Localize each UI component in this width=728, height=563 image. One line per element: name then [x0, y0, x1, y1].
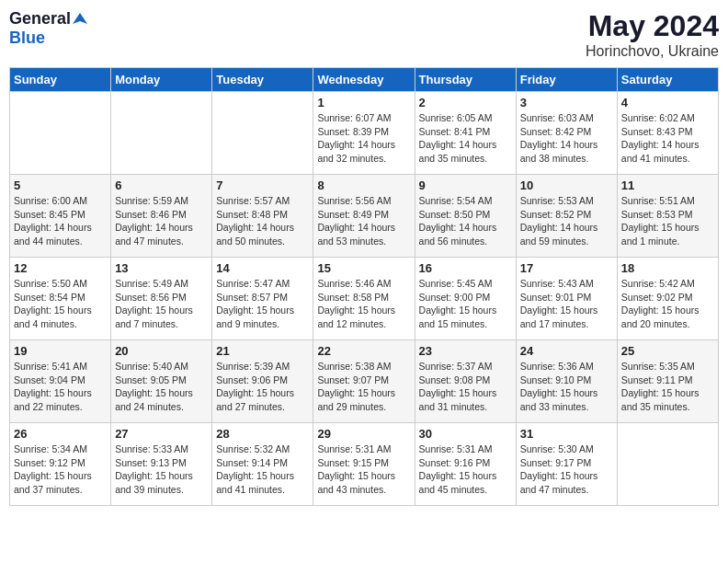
day-number: 1 [317, 96, 410, 109]
day-number: 24 [520, 344, 613, 358]
day-number: 29 [317, 427, 410, 441]
calendar-cell: 27Sunrise: 5:33 AM Sunset: 9:13 PM Dayli… [111, 423, 212, 506]
day-number: 20 [115, 344, 208, 358]
day-info: Sunrise: 5:45 AM Sunset: 9:00 PM Dayligh… [419, 277, 512, 331]
calendar-cell: 31Sunrise: 5:30 AM Sunset: 9:17 PM Dayli… [516, 423, 617, 506]
logo-general-text: General [9, 9, 71, 29]
day-info: Sunrise: 5:53 AM Sunset: 8:52 PM Dayligh… [520, 194, 613, 248]
calendar-cell: 14Sunrise: 5:47 AM Sunset: 8:57 PM Dayli… [212, 258, 313, 340]
day-info: Sunrise: 5:34 AM Sunset: 9:12 PM Dayligh… [14, 442, 107, 497]
day-info: Sunrise: 5:30 AM Sunset: 9:17 PM Dayligh… [520, 442, 613, 497]
calendar-cell: 29Sunrise: 5:31 AM Sunset: 9:15 PM Dayli… [313, 423, 415, 506]
day-info: Sunrise: 6:07 AM Sunset: 8:39 PM Dayligh… [317, 111, 410, 166]
day-info: Sunrise: 5:46 AM Sunset: 8:58 PM Dayligh… [317, 277, 410, 331]
calendar-week-row: 26Sunrise: 5:34 AM Sunset: 9:12 PM Dayli… [10, 423, 719, 506]
month-year-title: May 2024 [586, 9, 719, 43]
calendar-cell [111, 92, 212, 175]
day-info: Sunrise: 5:39 AM Sunset: 9:06 PM Dayligh… [216, 360, 309, 414]
day-number: 3 [520, 96, 613, 109]
calendar-cell: 12Sunrise: 5:50 AM Sunset: 8:54 PM Dayli… [10, 258, 111, 340]
calendar-week-row: 1Sunrise: 6:07 AM Sunset: 8:39 PM Daylig… [10, 92, 719, 175]
day-info: Sunrise: 5:57 AM Sunset: 8:48 PM Dayligh… [216, 194, 309, 248]
svg-marker-0 [73, 13, 87, 24]
weekday-header-saturday: Saturday [617, 68, 718, 92]
day-info: Sunrise: 5:31 AM Sunset: 9:16 PM Dayligh… [419, 442, 512, 497]
weekday-header-monday: Monday [111, 68, 212, 92]
day-number: 11 [621, 178, 714, 192]
calendar-cell: 22Sunrise: 5:38 AM Sunset: 9:07 PM Dayli… [313, 340, 415, 423]
day-info: Sunrise: 5:32 AM Sunset: 9:14 PM Dayligh… [216, 442, 309, 497]
day-number: 30 [419, 427, 512, 441]
day-number: 25 [621, 344, 714, 358]
calendar-cell [617, 423, 718, 506]
weekday-header-row: SundayMondayTuesdayWednesdayThursdayFrid… [10, 68, 719, 92]
page-header: General Blue May 2024 Horinchovo, Ukrain… [9, 9, 719, 60]
day-info: Sunrise: 5:56 AM Sunset: 8:49 PM Dayligh… [317, 194, 410, 248]
day-number: 26 [14, 427, 107, 441]
day-number: 6 [115, 178, 208, 192]
day-info: Sunrise: 5:36 AM Sunset: 9:10 PM Dayligh… [520, 360, 613, 414]
calendar-cell: 3Sunrise: 6:03 AM Sunset: 8:42 PM Daylig… [516, 92, 617, 175]
calendar-cell: 28Sunrise: 5:32 AM Sunset: 9:14 PM Dayli… [212, 423, 313, 506]
calendar-cell [212, 92, 313, 175]
calendar-cell: 25Sunrise: 5:35 AM Sunset: 9:11 PM Dayli… [617, 340, 718, 423]
day-info: Sunrise: 5:40 AM Sunset: 9:05 PM Dayligh… [115, 360, 208, 414]
calendar-cell: 8Sunrise: 5:56 AM Sunset: 8:49 PM Daylig… [313, 175, 415, 258]
day-info: Sunrise: 5:43 AM Sunset: 9:01 PM Dayligh… [520, 277, 613, 331]
calendar-week-row: 19Sunrise: 5:41 AM Sunset: 9:04 PM Dayli… [10, 340, 719, 423]
calendar-cell: 11Sunrise: 5:51 AM Sunset: 8:53 PM Dayli… [617, 175, 718, 258]
calendar-cell: 24Sunrise: 5:36 AM Sunset: 9:10 PM Dayli… [516, 340, 617, 423]
weekday-header-thursday: Thursday [415, 68, 516, 92]
calendar-cell: 21Sunrise: 5:39 AM Sunset: 9:06 PM Dayli… [212, 340, 313, 423]
calendar-cell: 13Sunrise: 5:49 AM Sunset: 8:56 PM Dayli… [111, 258, 212, 340]
day-info: Sunrise: 5:35 AM Sunset: 9:11 PM Dayligh… [621, 360, 714, 414]
day-info: Sunrise: 5:50 AM Sunset: 8:54 PM Dayligh… [14, 277, 107, 331]
calendar-cell: 1Sunrise: 6:07 AM Sunset: 8:39 PM Daylig… [313, 92, 415, 175]
day-info: Sunrise: 5:49 AM Sunset: 8:56 PM Dayligh… [115, 277, 208, 331]
day-info: Sunrise: 5:54 AM Sunset: 8:50 PM Dayligh… [419, 194, 512, 248]
day-number: 19 [14, 344, 107, 358]
weekday-header-wednesday: Wednesday [313, 68, 415, 92]
day-number: 27 [115, 427, 208, 441]
calendar-cell: 2Sunrise: 6:05 AM Sunset: 8:41 PM Daylig… [415, 92, 516, 175]
calendar-cell: 30Sunrise: 5:31 AM Sunset: 9:16 PM Dayli… [415, 423, 516, 506]
calendar-table: SundayMondayTuesdayWednesdayThursdayFrid… [9, 67, 719, 506]
weekday-header-tuesday: Tuesday [212, 68, 313, 92]
day-number: 23 [419, 344, 512, 358]
calendar-cell: 6Sunrise: 5:59 AM Sunset: 8:46 PM Daylig… [111, 175, 212, 258]
day-info: Sunrise: 5:38 AM Sunset: 9:07 PM Dayligh… [317, 360, 410, 414]
day-number: 22 [317, 344, 410, 358]
calendar-cell: 23Sunrise: 5:37 AM Sunset: 9:08 PM Dayli… [415, 340, 516, 423]
logo: General Blue [9, 9, 87, 48]
location-subtitle: Horinchovo, Ukraine [586, 43, 719, 60]
day-info: Sunrise: 6:00 AM Sunset: 8:45 PM Dayligh… [14, 194, 107, 248]
day-number: 17 [520, 261, 613, 275]
day-info: Sunrise: 5:42 AM Sunset: 9:02 PM Dayligh… [621, 277, 714, 331]
title-block: May 2024 Horinchovo, Ukraine [586, 9, 719, 60]
day-number: 18 [621, 261, 714, 275]
day-number: 28 [216, 427, 309, 441]
day-number: 7 [216, 178, 309, 192]
logo-blue-text: Blue [9, 29, 45, 47]
weekday-header-friday: Friday [516, 68, 617, 92]
calendar-cell: 9Sunrise: 5:54 AM Sunset: 8:50 PM Daylig… [415, 175, 516, 258]
day-number: 21 [216, 344, 309, 358]
calendar-cell: 18Sunrise: 5:42 AM Sunset: 9:02 PM Dayli… [617, 258, 718, 340]
day-info: Sunrise: 5:41 AM Sunset: 9:04 PM Dayligh… [14, 360, 107, 414]
day-info: Sunrise: 6:05 AM Sunset: 8:41 PM Dayligh… [419, 111, 512, 166]
day-info: Sunrise: 5:51 AM Sunset: 8:53 PM Dayligh… [621, 194, 714, 248]
calendar-cell: 19Sunrise: 5:41 AM Sunset: 9:04 PM Dayli… [10, 340, 111, 423]
day-number: 9 [419, 178, 512, 192]
day-info: Sunrise: 5:37 AM Sunset: 9:08 PM Dayligh… [419, 360, 512, 414]
day-number: 4 [621, 96, 714, 109]
calendar-cell: 20Sunrise: 5:40 AM Sunset: 9:05 PM Dayli… [111, 340, 212, 423]
day-info: Sunrise: 6:03 AM Sunset: 8:42 PM Dayligh… [520, 111, 613, 166]
calendar-cell: 26Sunrise: 5:34 AM Sunset: 9:12 PM Dayli… [10, 423, 111, 506]
day-number: 31 [520, 427, 613, 441]
day-info: Sunrise: 5:47 AM Sunset: 8:57 PM Dayligh… [216, 277, 309, 331]
calendar-cell: 16Sunrise: 5:45 AM Sunset: 9:00 PM Dayli… [415, 258, 516, 340]
day-number: 15 [317, 261, 410, 275]
day-info: Sunrise: 5:59 AM Sunset: 8:46 PM Dayligh… [115, 194, 208, 248]
day-info: Sunrise: 5:31 AM Sunset: 9:15 PM Dayligh… [317, 442, 410, 497]
calendar-cell: 17Sunrise: 5:43 AM Sunset: 9:01 PM Dayli… [516, 258, 617, 340]
